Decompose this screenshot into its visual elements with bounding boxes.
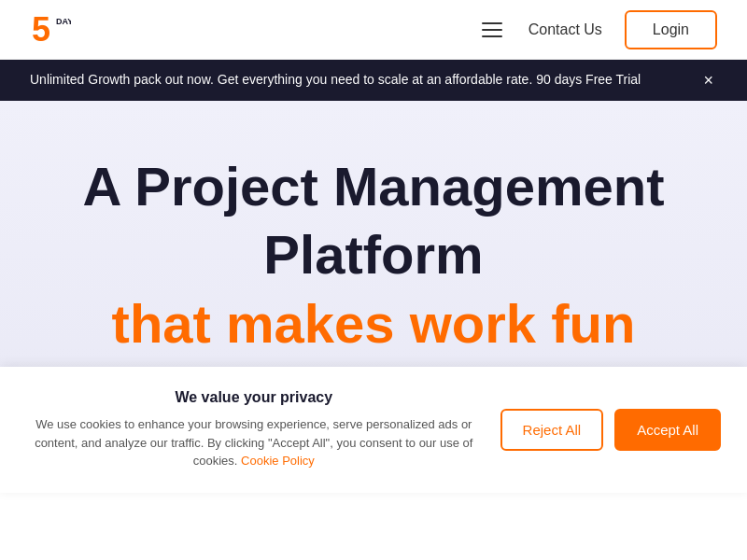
- announcement-banner: Unlimited Growth pack out now. Get every…: [0, 60, 747, 101]
- hero-title-line1: A Project Management: [37, 157, 710, 217]
- hero-title-line3: that makes work fun: [37, 294, 710, 354]
- cookie-body: We use cookies to enhance your browsing …: [26, 415, 482, 470]
- login-button[interactable]: Login: [625, 10, 717, 49]
- hamburger-menu-icon[interactable]: [478, 19, 506, 41]
- nav-right: Contact Us Login: [478, 10, 717, 49]
- svg-text:5: 5: [32, 10, 50, 49]
- accept-all-button[interactable]: Accept All: [614, 409, 721, 451]
- banner-text: Unlimited Growth pack out now. Get every…: [30, 71, 641, 90]
- cookie-buttons: Reject All Accept All: [500, 409, 721, 451]
- cookie-text-block: We value your privacy We use cookies to …: [26, 389, 482, 470]
- cookie-policy-link[interactable]: Cookie Policy: [241, 454, 315, 468]
- logo[interactable]: 5 DAY: [30, 9, 71, 50]
- navbar: 5 DAY Contact Us Login: [0, 0, 747, 60]
- banner-close-button[interactable]: ×: [699, 72, 717, 89]
- cookie-title: We value your privacy: [26, 389, 482, 406]
- hero-title: A Project Management Platform that makes…: [37, 157, 710, 354]
- cookie-banner: We value your privacy We use cookies to …: [0, 367, 747, 493]
- contact-link[interactable]: Contact Us: [529, 21, 602, 38]
- logo-icon: 5 DAY: [30, 9, 71, 50]
- svg-text:DAY: DAY: [56, 17, 71, 26]
- reject-all-button[interactable]: Reject All: [500, 409, 604, 451]
- hero-title-line2: Platform: [37, 225, 710, 285]
- hero-section: A Project Management Platform that makes…: [0, 101, 747, 493]
